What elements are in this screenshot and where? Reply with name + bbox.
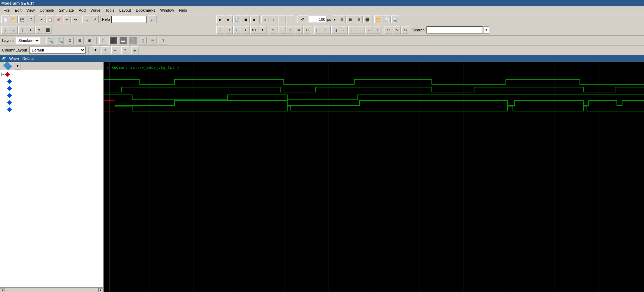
btn-wave-ctrl4[interactable]: ⚫ bbox=[363, 16, 371, 23]
menu-help[interactable]: Help bbox=[177, 7, 189, 13]
btn-signal-menu[interactable]: ▼ bbox=[15, 62, 20, 70]
btn-paste[interactable]: 📌 bbox=[55, 16, 62, 23]
scroll-right-btn[interactable]: ► bbox=[98, 288, 103, 292]
btn-cursor-time[interactable]: ⊙ bbox=[225, 26, 233, 34]
btn-stop[interactable]: ■ bbox=[250, 16, 258, 23]
btn-cursor-all[interactable]: ALL bbox=[250, 26, 258, 34]
btn-zoom-out3[interactable]: ⊟ bbox=[303, 26, 311, 34]
help-input[interactable] bbox=[111, 16, 147, 23]
menu-bookmarks[interactable]: Bookmarks bbox=[134, 7, 158, 13]
btn-undo[interactable]: ↩ bbox=[63, 16, 71, 23]
btn-col3[interactable]: ↔ bbox=[111, 46, 119, 54]
btn-sim-fwd[interactable]: → bbox=[287, 16, 294, 23]
signal-group-row[interactable]: − bbox=[1, 71, 103, 78]
signal-row-4[interactable] bbox=[1, 106, 103, 113]
layout-select[interactable]: Simulate Default bbox=[16, 37, 40, 44]
menu-view[interactable]: View bbox=[24, 7, 37, 13]
btn-nav2[interactable]: ↑← bbox=[323, 26, 331, 34]
signal-row-0[interactable] bbox=[1, 78, 103, 85]
signal-row-2[interactable] bbox=[1, 92, 103, 99]
btn-col2[interactable]: ▼ bbox=[102, 46, 109, 54]
btn-nav3[interactable]: →| bbox=[331, 26, 339, 34]
btn-col1[interactable]: ▼ bbox=[92, 46, 99, 54]
btn-sim-run[interactable]: ▷ bbox=[261, 16, 269, 23]
menu-file[interactable]: File bbox=[1, 7, 12, 13]
btn-run3[interactable]: 🔄 bbox=[233, 16, 241, 23]
btn-nav4[interactable]: →↑ bbox=[340, 26, 348, 34]
menu-compile[interactable]: Compile bbox=[37, 7, 56, 13]
btn-zoom-fit3[interactable]: ⊞ bbox=[76, 37, 84, 44]
btn-cursor-select[interactable]: ✦ bbox=[259, 26, 266, 34]
time-input[interactable] bbox=[309, 16, 326, 23]
btn-open[interactable]: 📂 bbox=[10, 16, 18, 23]
btn-wave-ctrl2[interactable]: ⊠ bbox=[346, 16, 354, 23]
btn-sim-back[interactable]: ← bbox=[278, 16, 286, 23]
btn-nav5[interactable]: ← bbox=[348, 26, 356, 34]
btn-time-disp[interactable]: ⏱ bbox=[298, 16, 308, 23]
btn-zoom-out2[interactable]: ⊠ bbox=[295, 26, 303, 34]
signal-row-3[interactable] bbox=[1, 99, 103, 106]
btn-wave-shape4[interactable]: ░ bbox=[129, 37, 137, 44]
btn-wave-ctrl3[interactable]: ⊟ bbox=[355, 16, 363, 23]
btn-zoom-in2[interactable]: Z+ bbox=[385, 26, 392, 34]
btn-sim-step[interactable]: ↑ bbox=[270, 16, 277, 23]
help-search-btn[interactable]: 🔎 bbox=[148, 16, 157, 23]
signal-row-1[interactable] bbox=[1, 85, 103, 92]
menu-add[interactable]: Add bbox=[77, 7, 88, 13]
btn-save[interactable]: 💾 bbox=[18, 16, 26, 23]
menu-wave[interactable]: Wave bbox=[88, 7, 103, 13]
btn-cut[interactable]: ✂ bbox=[38, 16, 45, 23]
btn-nav1[interactable]: |← bbox=[314, 26, 322, 34]
waveform-area[interactable]: { Region: sim:/v_addr_vlg_tst } bbox=[104, 62, 644, 292]
menu-tools[interactable]: Tools bbox=[103, 7, 117, 13]
column-layout-select[interactable]: Default bbox=[29, 47, 86, 54]
btn-zoom-fit2[interactable]: ⊡ bbox=[66, 37, 74, 44]
btn-sim5[interactable]: ▼ bbox=[35, 26, 43, 34]
h-scrollbar[interactable]: ◄ ► bbox=[0, 287, 103, 292]
btn-zoom-out5[interactable]: 🔍 bbox=[56, 37, 64, 44]
btn-cursor2[interactable]: I bbox=[242, 26, 250, 34]
btn-zoom-in[interactable]: + bbox=[287, 26, 294, 34]
btn-nav6[interactable]: → bbox=[357, 26, 364, 34]
search-input[interactable] bbox=[427, 26, 483, 34]
btn-wave-shape7[interactable]: ⎍ bbox=[159, 37, 166, 44]
btn-zoom-box[interactable]: ⊞ bbox=[278, 26, 286, 34]
btn-arrow-sel[interactable]: ↖ bbox=[270, 26, 277, 34]
btn-zoom-full[interactable]: ⊠ bbox=[86, 37, 93, 44]
btn-zoom-fit[interactable]: ⊡ bbox=[233, 26, 241, 34]
btn-run2[interactable]: ⏭ bbox=[225, 16, 233, 23]
btn-nav7[interactable]: ↔ bbox=[365, 26, 373, 34]
btn-col5[interactable]: ▶ bbox=[131, 46, 139, 54]
btn-wave-extra[interactable]: 🌊 bbox=[391, 16, 399, 23]
btn-copy[interactable]: 📋 bbox=[46, 16, 54, 23]
btn-zoom-in3[interactable]: 🔍 bbox=[46, 37, 54, 44]
btn-wave-shape5[interactable]: ⌷ bbox=[139, 37, 147, 44]
btn-restart[interactable]: 🔁 bbox=[374, 16, 382, 23]
btn-find[interactable]: 🔍 bbox=[82, 16, 90, 23]
expand-btn[interactable]: − bbox=[1, 73, 5, 76]
btn-log[interactable]: 📊 bbox=[383, 16, 391, 23]
btn-wave-shape2[interactable]: ⬛ bbox=[109, 37, 117, 44]
menu-edit[interactable]: Edit bbox=[13, 7, 24, 13]
search-dropdown[interactable]: ▼ bbox=[484, 26, 489, 34]
btn-wave-shape3[interactable]: ▬ bbox=[119, 37, 127, 44]
btn-wave-shape1[interactable]: ⎍ bbox=[99, 37, 107, 44]
btn-new[interactable]: 📄 bbox=[1, 16, 9, 23]
btn-zoom-out4[interactable]: Z- bbox=[393, 26, 401, 34]
scroll-track[interactable] bbox=[5, 289, 98, 292]
btn-zoom-sel[interactable]: Zs bbox=[401, 26, 409, 34]
menu-layout[interactable]: Layout bbox=[117, 7, 133, 13]
menu-window[interactable]: Window bbox=[158, 7, 176, 13]
btn-sim2[interactable]: ▲ bbox=[10, 26, 18, 34]
btn-sim3[interactable]: | bbox=[18, 26, 26, 34]
btn-run4[interactable]: ⏹ bbox=[242, 16, 250, 23]
btn-col4[interactable]: ▼ bbox=[121, 46, 129, 54]
btn-redo[interactable]: ↪ bbox=[72, 16, 79, 23]
btn-sim4[interactable]: ▼ bbox=[27, 26, 35, 34]
btn-sim6[interactable]: ⬛ bbox=[44, 26, 51, 34]
btn-run1[interactable]: ▶ bbox=[216, 16, 224, 23]
btn-print[interactable]: 🖨 bbox=[27, 16, 35, 23]
btn-replace[interactable]: ⇄ bbox=[91, 16, 99, 23]
btn-nav8[interactable]: ↕ bbox=[374, 26, 381, 34]
btn-sim1[interactable]: ▲ bbox=[1, 26, 9, 34]
